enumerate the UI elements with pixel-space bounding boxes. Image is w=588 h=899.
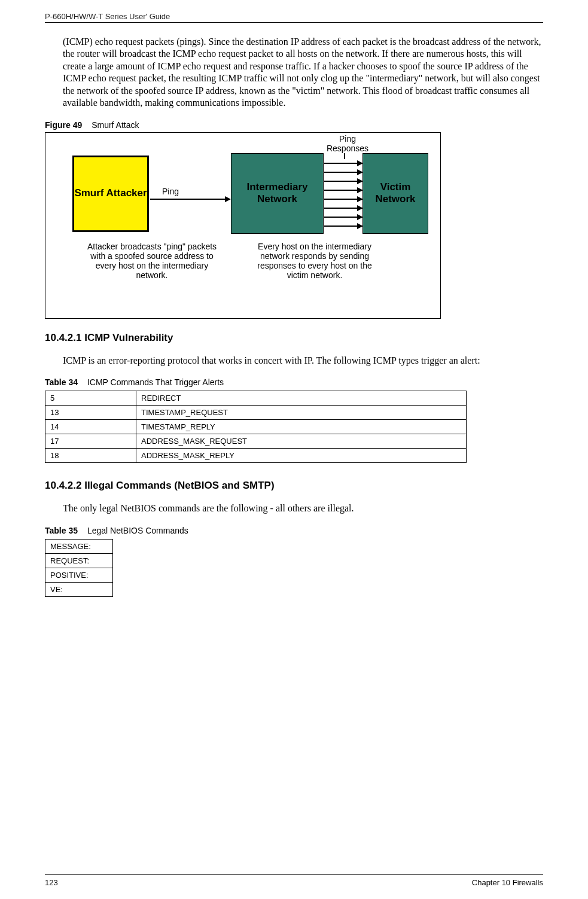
resp-arrow-head-icon <box>357 205 363 211</box>
table34-caption: Table 34 ICMP Commands That Trigger Aler… <box>45 377 543 387</box>
resp-arrow-line <box>324 172 357 173</box>
attacker-explanation: Attacker broadcasts "ping" packets with … <box>83 242 221 280</box>
victim-network-label: Victim Network <box>363 181 428 205</box>
icmp-type-name: TIMESTAMP_REQUEST <box>136 406 467 420</box>
icmp-type-number: 5 <box>45 391 136 406</box>
smurf-attacker-box: Smurf Attacker <box>72 156 149 232</box>
table35-number: Table 35 <box>45 526 78 535</box>
resp-arrow-head-icon <box>357 169 363 175</box>
icmp-type-number: 13 <box>45 406 136 420</box>
figure-number: Figure 49 <box>45 120 82 130</box>
resp-arrow-line <box>324 181 357 182</box>
netbios-intro-paragraph: The only legal NetBIOS commands are the … <box>63 502 543 514</box>
icmp-intro-paragraph: ICMP is an error-reporting protocol that… <box>63 355 543 367</box>
ping-label: Ping <box>162 187 179 196</box>
table-row: VE: <box>45 582 113 596</box>
table-row: 14 TIMESTAMP_REPLY <box>45 420 467 434</box>
netbios-command: MESSAGE: <box>45 539 113 553</box>
chapter-label: Chapter 10 Firewalls <box>472 878 543 887</box>
smurf-attacker-label: Smurf Attacker <box>74 188 147 199</box>
resp-arrow-line <box>324 208 357 209</box>
icmp-type-name: TIMESTAMP_REPLY <box>136 420 467 434</box>
resp-arrow-line <box>324 190 357 191</box>
ping-responses-label: Ping Responses <box>321 134 374 153</box>
table-row: REQUEST: <box>45 553 113 568</box>
resp-arrow-head-icon <box>357 214 363 220</box>
header-rule <box>45 22 543 23</box>
resp-arrow-head-icon <box>357 187 363 193</box>
table-row: MESSAGE: <box>45 539 113 553</box>
page-footer: 123 Chapter 10 Firewalls <box>45 874 543 887</box>
resp-arrow-head-icon <box>357 223 363 229</box>
illegal-commands-heading: 10.4.2.2 Illegal Commands (NetBIOS and S… <box>45 480 543 492</box>
netbios-command: VE: <box>45 582 113 596</box>
table35-caption-text: Legal NetBIOS Commands <box>87 526 188 535</box>
figure-caption: Figure 49 Smurf Attack <box>45 120 543 130</box>
table35-caption: Table 35 Legal NetBIOS Commands <box>45 526 543 535</box>
table34-caption-text: ICMP Commands That Trigger Alerts <box>87 377 224 387</box>
icmp-type-name: ADDRESS_MASK_REPLY <box>136 449 467 463</box>
icmp-type-name: REDIRECT <box>136 391 467 406</box>
table-row: 13 TIMESTAMP_REQUEST <box>45 406 467 420</box>
icmp-type-name: ADDRESS_MASK_REQUEST <box>136 434 467 449</box>
ping-resp-pointer <box>344 153 345 159</box>
victim-network-box: Victim Network <box>362 153 428 234</box>
resp-arrow-head-icon <box>357 178 363 184</box>
netbios-command: REQUEST: <box>45 553 113 568</box>
icmp-type-number: 18 <box>45 449 136 463</box>
icmp-type-number: 14 <box>45 420 136 434</box>
smurf-attack-figure: Smurf Attacker Intermediary Network Vict… <box>45 132 441 319</box>
figure-caption-text: Smurf Attack <box>92 120 139 130</box>
intermediary-network-box: Intermediary Network <box>231 153 324 234</box>
host-explanation: Every host on the intermediary network r… <box>246 242 383 280</box>
intermediary-network-label: Intermediary Network <box>231 181 323 205</box>
netbios-command: POSITIVE: <box>45 568 113 582</box>
icmp-type-number: 17 <box>45 434 136 449</box>
table-row: POSITIVE: <box>45 568 113 582</box>
document-page: P-660H/HW/W-T Series User' Guide (ICMP) … <box>0 0 588 899</box>
ping-arrow-head-icon <box>225 196 231 202</box>
header-guide-title: P-660H/HW/W-T Series User' Guide <box>45 12 543 21</box>
resp-arrow-head-icon <box>357 160 363 166</box>
resp-arrow-line <box>324 225 357 227</box>
table-row: 17 ADDRESS_MASK_REQUEST <box>45 434 467 449</box>
table-row: 5 REDIRECT <box>45 391 467 406</box>
page-number: 123 <box>45 878 58 887</box>
ping-arrow-line <box>150 199 225 200</box>
resp-arrow-line <box>324 163 357 164</box>
resp-arrow-line <box>324 217 357 218</box>
table-row: 18 ADDRESS_MASK_REPLY <box>45 449 467 463</box>
resp-arrow-head-icon <box>357 196 363 202</box>
table34-number: Table 34 <box>45 377 78 387</box>
icmp-vulnerability-heading: 10.4.2.1 ICMP Vulnerability <box>45 332 543 344</box>
intro-paragraph: (ICMP) echo request packets (pings). Sin… <box>63 36 543 109</box>
icmp-commands-table: 5 REDIRECT 13 TIMESTAMP_REQUEST 14 TIMES… <box>45 391 467 463</box>
netbios-commands-table: MESSAGE: REQUEST: POSITIVE: VE: <box>45 539 113 597</box>
resp-arrow-line <box>324 199 357 200</box>
